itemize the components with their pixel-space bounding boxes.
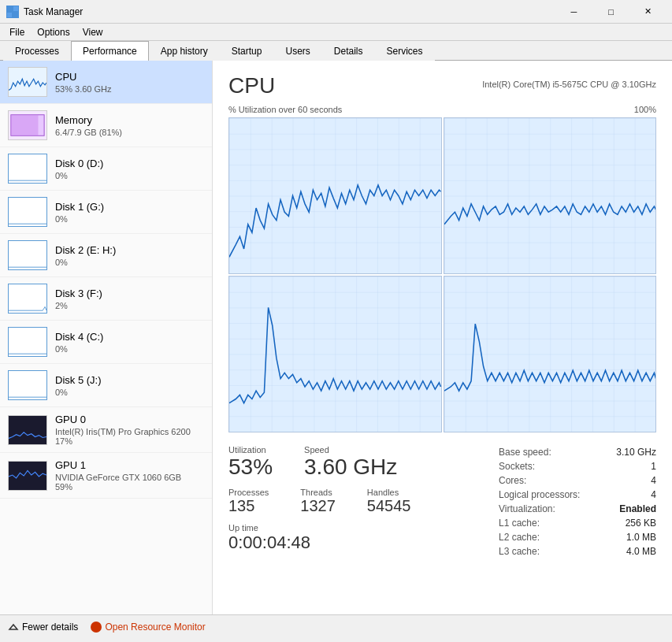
disk1-thumbnail xyxy=(8,197,47,227)
open-resource-monitor-label: Open Resource Monitor xyxy=(105,622,205,633)
svg-rect-3 xyxy=(13,13,18,17)
details-row-basespeed: Base speed: 3.10 GHz xyxy=(499,445,656,459)
details-table: Base speed: 3.10 GHz Sockets: 1 Cores: 4… xyxy=(499,445,656,559)
sidebar-item-memory[interactable]: Memory 6.4/7.9 GB (81%) xyxy=(0,104,212,147)
panel-title: CPU xyxy=(228,73,275,98)
graph-label: % Utilization over 60 seconds xyxy=(228,105,342,114)
stats-left: Utilization 53% Speed 3.60 GHz Processes… xyxy=(228,445,499,553)
svg-rect-9 xyxy=(444,118,656,273)
minimize-button[interactable]: ─ xyxy=(556,0,592,24)
app-title: Task Manager xyxy=(24,6,83,17)
title-bar-left: Task Manager xyxy=(6,6,83,18)
sidebar-item-disk3[interactable]: Disk 3 (F:) 2% xyxy=(0,277,212,321)
bottom-bar: Fewer details Open Resource Monitor xyxy=(0,614,672,638)
details-row-virt: Virtualization: Enabled xyxy=(499,502,656,516)
graph-max: 100% xyxy=(634,105,656,114)
svg-marker-14 xyxy=(9,625,17,629)
disk2-info: Disk 2 (E: H:) 0% xyxy=(55,244,204,267)
utilization-label: Utilization xyxy=(228,445,273,455)
sidebar: CPU 53% 3.60 GHz Memory 6.4/7.9 GB (81%) xyxy=(0,61,213,614)
speed-label: Speed xyxy=(304,445,397,455)
l1-key: L1 cache: xyxy=(499,518,540,529)
tab-processes[interactable]: Processes xyxy=(3,41,71,61)
graph-label-row: % Utilization over 60 seconds 100% xyxy=(228,105,656,114)
handles-value: 54545 xyxy=(367,497,411,515)
threads-stat: Threads 1327 xyxy=(300,488,336,515)
cpu-thumbnail xyxy=(8,67,47,97)
disk2-label: Disk 2 (E: H:) xyxy=(55,244,204,256)
cpu-sub: 53% 3.60 GHz xyxy=(55,84,204,94)
sidebar-item-disk2[interactable]: Disk 2 (E: H:) 0% xyxy=(0,234,212,277)
open-resource-monitor-button[interactable]: Open Resource Monitor xyxy=(91,622,205,633)
details-row-cores: Cores: 4 xyxy=(499,473,656,488)
l2-key: L2 cache: xyxy=(499,532,540,543)
disk5-sub: 0% xyxy=(55,388,204,397)
processes-value: 135 xyxy=(228,497,269,515)
cpu-graph-4 xyxy=(444,276,657,432)
cpu-graph-3 xyxy=(228,276,442,432)
uptime-section: Up time 0:00:04:48 xyxy=(228,523,499,553)
svg-rect-0 xyxy=(7,6,12,11)
cpu-graphs xyxy=(228,117,656,432)
processes-threads-handles-section: Processes 135 Threads 1327 Handles 54545 xyxy=(228,488,499,515)
l3-key: L3 cache: xyxy=(499,546,540,557)
memory-thumbnail xyxy=(8,110,47,140)
details-row-sockets: Sockets: 1 xyxy=(499,459,656,473)
disk5-label: Disk 5 (J:) xyxy=(55,374,204,386)
tab-bar: Processes Performance App history Startu… xyxy=(0,41,672,61)
disk0-sub: 0% xyxy=(55,171,204,180)
svg-rect-11 xyxy=(229,276,441,432)
sidebar-item-disk5[interactable]: Disk 5 (J:) 0% xyxy=(0,364,212,407)
basespeed-key: Base speed: xyxy=(499,447,551,458)
stats-right: Base speed: 3.10 GHz Sockets: 1 Cores: 4… xyxy=(499,445,656,559)
cpu-graph-2 xyxy=(444,117,657,274)
handles-stat: Handles 54545 xyxy=(367,488,411,515)
disk4-thumbnail xyxy=(8,327,47,357)
sidebar-item-gpu1[interactable]: GPU 1 NVIDIA GeForce GTX 1060 6GB 59% xyxy=(0,453,212,499)
tab-performance[interactable]: Performance xyxy=(71,41,149,61)
tab-startup[interactable]: Startup xyxy=(220,41,274,61)
l1-val: 256 KB xyxy=(626,518,656,529)
sidebar-item-gpu0[interactable]: GPU 0 Intel(R) Iris(TM) Pro Graphics 620… xyxy=(0,407,212,453)
cpu-graph-1 xyxy=(228,117,442,274)
menu-file[interactable]: File xyxy=(3,25,31,39)
threads-value: 1327 xyxy=(300,497,336,515)
maximize-button[interactable]: □ xyxy=(593,0,629,24)
details-row-l3: L3 cache: 4.0 MB xyxy=(499,544,656,559)
disk0-thumbnail xyxy=(8,154,47,184)
menu-bar: File Options View xyxy=(0,24,672,41)
disk4-info: Disk 4 (C:) 0% xyxy=(55,331,204,354)
menu-view[interactable]: View xyxy=(76,25,110,39)
sidebar-item-disk0[interactable]: Disk 0 (D:) 0% xyxy=(0,147,212,191)
chevron-up-icon xyxy=(8,622,19,633)
sidebar-item-cpu[interactable]: CPU 53% 3.60 GHz xyxy=(0,61,212,104)
gpu0-info: GPU 0 Intel(R) Iris(TM) Pro Graphics 620… xyxy=(55,414,204,446)
tab-apphistory[interactable]: App history xyxy=(149,41,220,61)
gpu1-label: GPU 1 xyxy=(55,459,204,471)
disk5-thumbnail xyxy=(8,370,47,400)
cores-key: Cores: xyxy=(499,475,526,486)
threads-label: Threads xyxy=(300,488,336,497)
title-bar-controls[interactable]: ─ □ ✕ xyxy=(556,0,666,24)
details-row-l1: L1 cache: 256 KB xyxy=(499,516,656,530)
tab-details[interactable]: Details xyxy=(322,41,375,61)
tab-users[interactable]: Users xyxy=(273,41,321,61)
sidebar-item-disk1[interactable]: Disk 1 (G:) 0% xyxy=(0,191,212,234)
tab-services[interactable]: Services xyxy=(375,41,435,61)
sidebar-item-disk4[interactable]: Disk 4 (C:) 0% xyxy=(0,321,212,364)
sockets-key: Sockets: xyxy=(499,461,535,472)
fewer-details-label: Fewer details xyxy=(22,622,78,633)
cpu-info: CPU 53% 3.60 GHz xyxy=(55,71,204,94)
disk3-label: Disk 3 (F:) xyxy=(55,288,204,299)
fewer-details-button[interactable]: Fewer details xyxy=(8,622,78,633)
close-button[interactable]: ✕ xyxy=(630,0,666,24)
processes-label: Processes xyxy=(228,488,269,497)
memory-info: Memory 6.4/7.9 GB (81%) xyxy=(55,114,204,137)
main-content: CPU 53% 3.60 GHz Memory 6.4/7.9 GB (81%) xyxy=(0,61,672,614)
disk4-sub: 0% xyxy=(55,344,204,354)
menu-options[interactable]: Options xyxy=(31,25,76,39)
disk3-info: Disk 3 (F:) 2% xyxy=(55,288,204,310)
cores-val: 4 xyxy=(651,475,656,486)
speed-value: 3.60 GHz xyxy=(304,455,397,480)
uptime-label: Up time xyxy=(228,523,499,533)
